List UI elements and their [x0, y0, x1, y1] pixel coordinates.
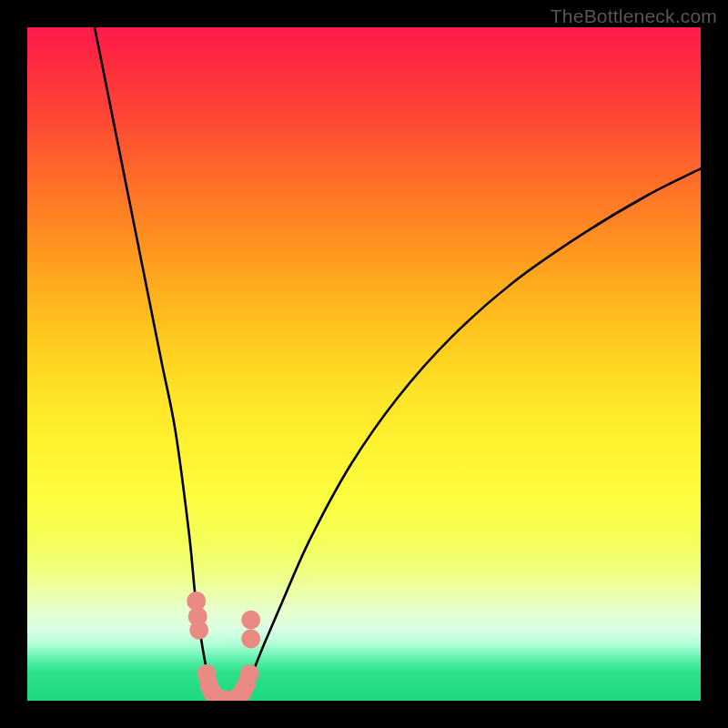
- curve-svg: [27, 27, 701, 701]
- highlight-dots-group: [187, 592, 260, 701]
- highlight-dot: [240, 664, 259, 683]
- highlight-dot: [241, 629, 260, 648]
- chart-frame: TheBottleneck.com: [0, 0, 728, 728]
- bottleneck-curve-path: [95, 27, 701, 701]
- highlight-dot: [189, 621, 208, 640]
- watermark-text: TheBottleneck.com: [551, 5, 717, 27]
- highlight-dot: [241, 611, 260, 630]
- plot-area: [27, 27, 701, 701]
